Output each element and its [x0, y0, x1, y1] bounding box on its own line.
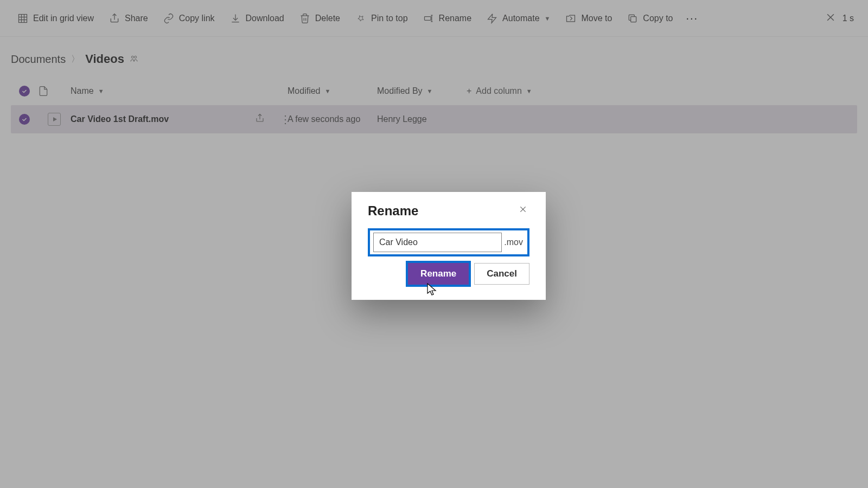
- close-icon: [519, 205, 527, 214]
- dialog-close-button[interactable]: [516, 203, 529, 219]
- cancel-button[interactable]: Cancel: [474, 263, 529, 285]
- filename-input[interactable]: [373, 233, 502, 252]
- file-extension-label: .mov: [504, 237, 524, 247]
- rename-confirm-button[interactable]: Rename: [408, 263, 469, 285]
- dialog-title: Rename: [368, 203, 418, 219]
- filename-input-highlight: .mov: [368, 228, 529, 256]
- rename-dialog: Rename .mov Rename Cancel: [352, 192, 546, 300]
